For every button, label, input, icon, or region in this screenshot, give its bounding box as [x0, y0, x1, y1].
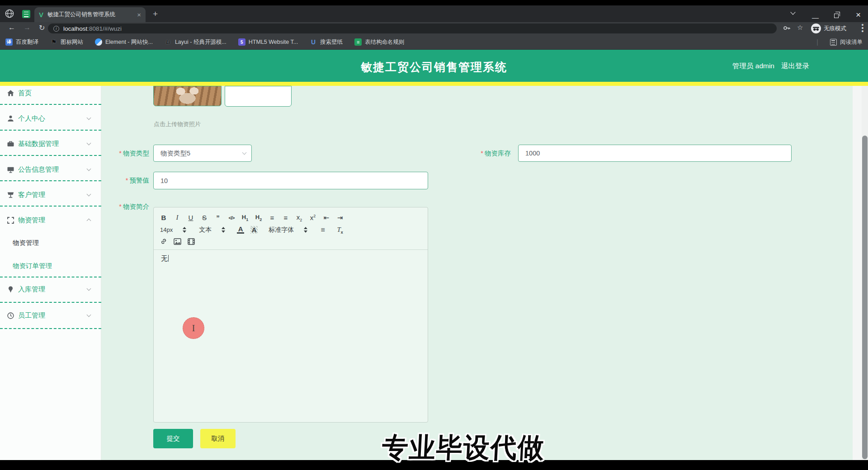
logout-link[interactable]: 退出登录: [781, 61, 809, 71]
sidebar-item-profile[interactable]: 个人中心: [0, 112, 101, 125]
close-window-button[interactable]: ×: [856, 10, 861, 20]
tab-overflow-chevron-icon[interactable]: [791, 12, 795, 14]
page-margin: [853, 86, 862, 460]
new-tab-button[interactable]: +: [153, 9, 158, 19]
key-icon[interactable]: [783, 24, 790, 33]
pin-icon: [7, 286, 14, 293]
sidebar-item-basic-data[interactable]: 基础数据管理: [0, 137, 101, 150]
underline-icon[interactable]: U: [187, 214, 194, 221]
sidebar-item-materials[interactable]: 物资管理: [0, 213, 101, 227]
superscript-icon[interactable]: x2: [309, 214, 316, 221]
bookmark-item[interactable]: ≡表结构命名规则: [354, 38, 405, 46]
back-icon[interactable]: ←: [8, 24, 15, 32]
chevron-down-icon: [87, 141, 91, 146]
stepper-icon[interactable]: [222, 227, 225, 233]
scrollbar-thumb[interactable]: [862, 136, 868, 459]
video-icon[interactable]: [188, 238, 195, 245]
header1-icon[interactable]: H1: [241, 214, 249, 222]
html5-icon: 5: [238, 38, 245, 46]
close-tab-icon[interactable]: ×: [137, 11, 141, 19]
sidebar-item-customers[interactable]: 客户管理: [0, 188, 101, 202]
bookmark-item[interactable]: Element - 网站快...: [95, 38, 153, 46]
flag-icon: ⚑: [50, 38, 57, 46]
cursor-highlight: I: [183, 317, 204, 339]
header2-icon[interactable]: H2: [255, 214, 262, 222]
align-icon[interactable]: ≡: [319, 226, 326, 234]
sidebar-subitem-material-mgmt[interactable]: 物资管理: [13, 236, 39, 249]
chevron-up-icon: [87, 219, 91, 223]
incognito-badge[interactable]: 无痕模式: [811, 22, 846, 35]
submit-button[interactable]: 提交: [153, 429, 193, 448]
warning-value-label: *预警值: [101, 176, 149, 185]
refresh-icon[interactable]: ↻: [39, 24, 45, 32]
image-icon[interactable]: [174, 238, 181, 245]
material-type-label: *物资类型: [101, 149, 149, 158]
stepper-icon[interactable]: [304, 227, 307, 233]
font-size-select[interactable]: 14px: [160, 226, 173, 233]
bookmark-item[interactable]: ⚑图标网站: [50, 38, 83, 46]
ordered-list-icon[interactable]: ≡: [269, 214, 276, 221]
divider: [0, 206, 101, 207]
highlight-icon[interactable]: A: [250, 226, 258, 234]
url-bar[interactable]: i localhost:8081/#/wuzi: [48, 24, 777, 33]
font-family-select[interactable]: 标准字体: [269, 226, 294, 234]
chevron-down-icon: [87, 116, 91, 120]
minimize-button[interactable]: —: [812, 14, 819, 21]
globe-icon[interactable]: [5, 9, 14, 20]
editor-content[interactable]: 无: [154, 250, 428, 268]
material-photo-thumbnail[interactable]: [153, 86, 222, 106]
kiosk-icon: [7, 191, 14, 199]
bookmark-item[interactable]: LiLayui - 经典开源模...: [165, 38, 226, 46]
sidebar-item-employees[interactable]: 员工管理: [0, 309, 101, 322]
site-info-icon[interactable]: i: [53, 26, 59, 32]
upload-photo-box[interactable]: [225, 86, 292, 107]
tab-title: 敏捷工贸公司销售管理系统: [47, 11, 133, 19]
url-text[interactable]: localhost:8081/#/wuzi: [63, 25, 122, 32]
chevron-down-icon: [87, 313, 91, 317]
indent-icon[interactable]: ⇥: [336, 214, 344, 222]
bookmark-item[interactable]: 译百度翻译: [5, 38, 38, 46]
code-icon[interactable]: </>: [228, 215, 235, 221]
subscript-icon[interactable]: x2: [296, 213, 303, 222]
text-color-icon[interactable]: A: [237, 226, 244, 234]
bookmark-star-icon[interactable]: ☆: [797, 24, 803, 32]
stepper-icon[interactable]: [183, 227, 186, 233]
active-tab[interactable]: V 敏捷工贸公司销售管理系统 ×: [34, 7, 146, 22]
sheets-pinned-tab-icon[interactable]: [22, 10, 30, 18]
user-icon: [7, 115, 14, 122]
blockquote-icon[interactable]: ”: [214, 214, 222, 221]
format-select[interactable]: 文本: [199, 226, 212, 234]
divider: [0, 104, 101, 105]
reading-list-button[interactable]: 阅读清单: [830, 38, 863, 46]
strikethrough-icon[interactable]: S: [201, 214, 208, 221]
forward-icon[interactable]: →: [24, 24, 31, 32]
sidebar-item-inbound[interactable]: 入库管理: [0, 282, 101, 296]
menu-dots-icon[interactable]: •••: [860, 24, 865, 33]
bookmarks-bar: 译百度翻译 ⚑图标网站 Element - 网站快... LiLayui - 经…: [0, 35, 868, 50]
restore-button[interactable]: [834, 14, 839, 18]
sidebar-subitem-material-orders[interactable]: 物资订单管理: [13, 259, 52, 273]
link-icon[interactable]: [160, 238, 167, 245]
material-stock-input[interactable]: 1000: [518, 145, 792, 162]
bookmark-item[interactable]: 5HTML5 Website T...: [238, 38, 298, 46]
rich-text-editor[interactable]: B I U S ” </> H1 H2 ≡ ≡ x2 x2 ⇤ ⇥ 14px: [153, 207, 428, 423]
divider: [0, 277, 101, 277]
incognito-icon: [811, 24, 821, 33]
bookmark-item[interactable]: U搜索壁纸: [310, 38, 343, 46]
sidebar-item-announcements[interactable]: 公告信息管理: [0, 163, 101, 176]
divider: [0, 328, 101, 329]
italic-icon[interactable]: I: [174, 214, 181, 221]
material-type-select[interactable]: 物资类型5: [153, 145, 252, 162]
reading-list-icon: [830, 39, 837, 46]
bullet-list-icon[interactable]: ≡: [282, 214, 289, 221]
warning-value-input[interactable]: 10: [153, 172, 428, 189]
sidebar-item-home[interactable]: 首页: [0, 86, 101, 100]
clear-format-icon[interactable]: Tx: [336, 226, 344, 235]
incognito-label: 无痕模式: [824, 25, 846, 33]
divider: [0, 155, 101, 156]
editor-toolbar: B I U S ” </> H1 H2 ≡ ≡ x2 x2 ⇤ ⇥ 14px: [154, 207, 428, 250]
outdent-icon[interactable]: ⇤: [323, 214, 330, 222]
cancel-button[interactable]: 取消: [200, 429, 236, 448]
vue-favicon: V: [39, 11, 43, 19]
bold-icon[interactable]: B: [160, 214, 167, 221]
